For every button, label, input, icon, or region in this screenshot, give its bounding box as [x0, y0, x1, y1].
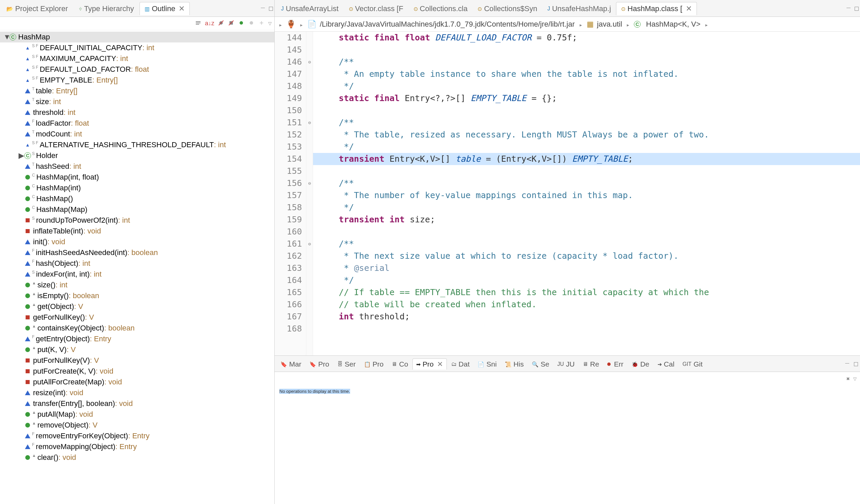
outline-item[interactable]: SroundUpToPowerOf2(int) : int [0, 215, 274, 226]
bottom-tab[interactable]: 🗄Ser [334, 358, 360, 370]
fold-marker[interactable] [306, 44, 313, 56]
code-line[interactable]: static final Entry<?,?>[] EMPTY_TABLE = … [313, 92, 860, 104]
focus-icon[interactable] [195, 19, 202, 27]
code-line[interactable]: static final float DEFAULT_LOAD_FACTOR =… [313, 32, 860, 44]
outline-item[interactable]: putForCreate(K, V) : void [0, 366, 274, 377]
line-number[interactable]: 146 [275, 56, 302, 68]
outline-item[interactable]: Ttable : Entry[] [0, 86, 274, 96]
code-line[interactable] [313, 323, 860, 335]
outline-item[interactable]: ▲isEmpty() : boolean [0, 290, 274, 301]
fold-marker[interactable] [306, 250, 313, 262]
expand-icon[interactable]: ▶ [18, 151, 24, 160]
outline-item[interactable]: CHashMap(int) [0, 183, 274, 193]
outline-item[interactable]: transfer(Entry[], boolean) : void [0, 398, 274, 409]
bottom-tab[interactable]: 🔖Pro [306, 358, 333, 370]
line-number[interactable]: 148 [275, 80, 302, 92]
fold-marker[interactable] [306, 80, 313, 92]
outline-item[interactable]: ▲size() : int [0, 279, 274, 290]
fold-marker[interactable] [306, 165, 313, 177]
outline-item[interactable]: Fhash(Object) : int [0, 258, 274, 269]
line-number[interactable]: 163 [275, 262, 302, 274]
outline-item[interactable]: Tsize : int [0, 96, 274, 107]
outline-item[interactable]: ▲S FDEFAULT_LOAD_FACTOR : float [0, 64, 274, 75]
bottom-tab[interactable]: 🔍Se [528, 358, 553, 370]
code-line[interactable]: int threshold; [313, 311, 860, 323]
line-number[interactable]: 165 [275, 286, 302, 299]
code-line[interactable] [313, 226, 860, 238]
bottom-tab[interactable]: 🐞De [628, 358, 653, 370]
line-number[interactable]: 144 [275, 32, 302, 44]
breadcrumb-jar[interactable]: /Library/Java/JavaVirtualMachines/jdk1.7… [320, 20, 575, 29]
fold-marker[interactable] [306, 104, 313, 117]
code-line[interactable] [313, 165, 860, 177]
line-number[interactable]: 162 [275, 250, 302, 262]
bottom-tab[interactable]: 📜His [501, 358, 527, 370]
fold-marker[interactable] [306, 274, 313, 286]
outline-item[interactable]: threshold : int [0, 107, 274, 118]
bottom-tab[interactable]: 📋Pro [360, 358, 388, 370]
bottom-tab[interactable]: 🖥Co [388, 358, 412, 370]
bottom-tab[interactable]: 🖥Re [579, 358, 603, 370]
tab-outline[interactable]: ▥ Outline ✕ [140, 2, 190, 15]
bottom-tab[interactable]: 📄Sni [474, 358, 500, 370]
outline-item[interactable]: FremoveEntryForKey(Object) : Entry [0, 431, 274, 441]
line-number[interactable]: 159 [275, 214, 302, 226]
tab-project-explorer[interactable]: 📂 Project Explorer [1, 2, 73, 15]
fold-marker[interactable] [306, 141, 313, 153]
code-line[interactable]: */ [313, 274, 860, 286]
outline-item[interactable]: ThashSeed : int [0, 161, 274, 172]
close-icon[interactable]: ✕ [178, 4, 185, 13]
fold-marker[interactable] [306, 214, 313, 226]
fold-marker[interactable] [306, 92, 313, 104]
code-line[interactable]: /** [313, 238, 860, 250]
fold-marker[interactable] [306, 189, 313, 201]
line-number[interactable]: 154 [275, 153, 302, 165]
code-line[interactable] [313, 44, 860, 56]
outline-item[interactable]: FgetEntry(Object) : Entry [0, 333, 274, 344]
fold-marker[interactable] [306, 32, 313, 44]
bottom-tab[interactable]: ➜Cal [654, 358, 678, 370]
hide-static-icon[interactable] [228, 19, 234, 27]
hide-nonpublic-icon[interactable] [238, 19, 245, 27]
fold-marker[interactable] [306, 299, 313, 311]
code-line[interactable]: transient Entry<K,V>[] table = (Entry<K,… [313, 153, 860, 165]
bottom-tab[interactable]: 🔖Mar [277, 358, 305, 370]
minimize-button[interactable] [259, 6, 265, 12]
line-number[interactable]: 147 [275, 68, 302, 80]
outline-class-root[interactable]: ▼ C HashMap [0, 32, 274, 42]
outline-item[interactable]: ▲S FEMPTY_TABLE : Entry[] [0, 75, 274, 86]
code-line[interactable]: transient int size; [313, 214, 860, 226]
code-line[interactable]: * @serial [313, 262, 860, 274]
maximize-button[interactable] [852, 6, 859, 12]
code-line[interactable]: */ [313, 201, 860, 214]
outline-item[interactable]: ▲clear() : void [0, 452, 274, 463]
outline-item[interactable]: ▲S FMAXIMUM_CAPACITY : int [0, 53, 274, 64]
line-number[interactable]: 158 [275, 201, 302, 214]
bottom-tab[interactable]: JUJU [554, 358, 578, 370]
outline-item[interactable]: getForNullKey() : V [0, 312, 274, 323]
outline-tree[interactable]: ▼ C HashMap▲S FDEFAULT_INITIAL_CAPACITY … [0, 30, 274, 504]
outline-item[interactable]: CHashMap() [0, 193, 274, 204]
close-icon[interactable]: ✕ [437, 360, 443, 368]
outline-item[interactable]: resize(int) : void [0, 387, 274, 398]
fold-marker[interactable]: ⊖ [306, 56, 313, 68]
outline-item[interactable]: SindexFor(int, int) : int [0, 269, 274, 279]
outline-item[interactable]: ▶CSHolder [0, 150, 274, 161]
outline-item[interactable]: inflateTable(int) : void [0, 226, 274, 236]
outline-item[interactable]: CHashMap(int, float) [0, 172, 274, 183]
fold-marker[interactable] [306, 323, 313, 335]
line-number[interactable]: 168 [275, 323, 302, 335]
outline-item[interactable]: FloadFactor : float [0, 118, 274, 129]
outline-item[interactable]: FinitHashSeedAsNeeded(int) : boolean [0, 247, 274, 258]
editor-tab[interactable]: JUnsafeHashMap.j [542, 2, 616, 15]
code-line[interactable]: /** [313, 177, 860, 189]
hide-local-icon[interactable] [248, 19, 255, 27]
code-line[interactable] [313, 104, 860, 117]
line-number[interactable]: 157 [275, 189, 302, 201]
minimize-button[interactable] [845, 6, 850, 12]
line-number[interactable]: 167 [275, 311, 302, 323]
close-icon[interactable]: ✕ [686, 4, 692, 13]
outline-item[interactable]: ▲putAll(Map) : void [0, 409, 274, 420]
fold-gutter[interactable]: ⊖⊖⊖⊖ [306, 32, 313, 356]
line-number[interactable]: 149 [275, 92, 302, 104]
